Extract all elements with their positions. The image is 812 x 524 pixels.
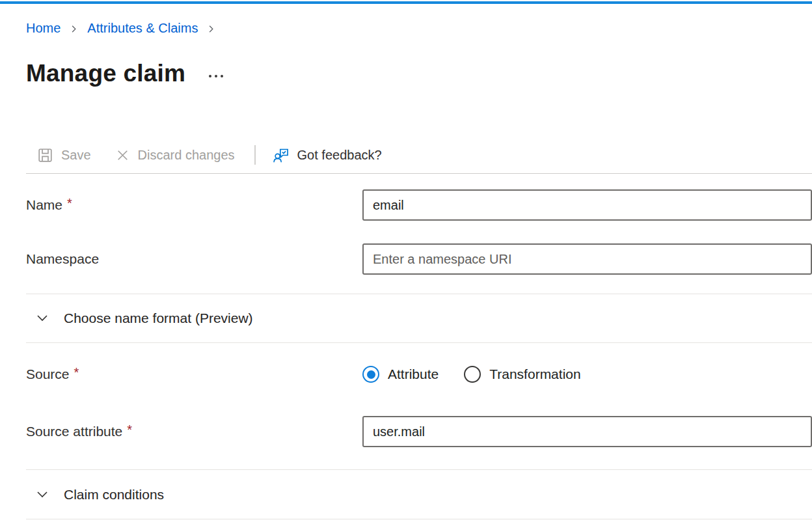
ellipsis-icon bbox=[209, 75, 211, 77]
namespace-label-text: Namespace bbox=[26, 251, 99, 266]
got-feedback-label: Got feedback? bbox=[297, 148, 382, 163]
section-claim-conditions[interactable]: Claim conditions bbox=[26, 470, 812, 519]
discard-changes-label: Discard changes bbox=[138, 148, 235, 163]
source-radio-group: Attribute Transformation bbox=[362, 366, 581, 383]
save-button[interactable]: Save bbox=[36, 146, 91, 164]
radio-attribute-label: Attribute bbox=[388, 366, 439, 382]
section-label: Claim conditions bbox=[64, 487, 164, 503]
save-icon bbox=[36, 146, 54, 164]
required-asterisk: * bbox=[127, 422, 132, 437]
radio-transformation[interactable]: Transformation bbox=[464, 366, 580, 383]
save-button-label: Save bbox=[61, 148, 91, 163]
required-asterisk: * bbox=[67, 196, 72, 210]
namespace-field-row: Namespace bbox=[26, 243, 812, 275]
title-context-menu-button[interactable] bbox=[206, 71, 226, 81]
ellipsis-icon bbox=[221, 75, 223, 77]
radio-transformation-label: Transformation bbox=[489, 366, 580, 382]
source-attribute-input[interactable] bbox=[362, 416, 812, 447]
namespace-input[interactable] bbox=[362, 243, 812, 275]
ellipsis-icon bbox=[215, 75, 217, 77]
source-label-text: Source bbox=[26, 366, 70, 381]
radio-attribute[interactable]: Attribute bbox=[362, 366, 439, 383]
source-attribute-field-row: Source attribute* bbox=[26, 416, 812, 447]
chevron-down-icon bbox=[36, 312, 49, 325]
breadcrumb-link-attributes-claims[interactable]: Attributes & Claims bbox=[87, 20, 198, 36]
source-attribute-field-label: Source attribute* bbox=[26, 424, 362, 439]
source-attribute-label-text: Source attribute bbox=[26, 424, 122, 439]
section-divider bbox=[26, 342, 812, 343]
toolbar-divider bbox=[26, 173, 812, 174]
source-field-label: Source* bbox=[26, 366, 362, 382]
discard-changes-button[interactable]: Discard changes bbox=[115, 147, 235, 163]
chevron-down-icon bbox=[36, 488, 49, 501]
section-divider bbox=[26, 519, 812, 519]
name-field-label: Name* bbox=[26, 197, 362, 213]
name-field-row: Name* bbox=[26, 189, 812, 221]
toolbar-separator bbox=[254, 145, 256, 165]
section-label: Choose name format (Preview) bbox=[64, 310, 253, 326]
radio-selected-icon bbox=[362, 366, 379, 383]
dismiss-icon bbox=[115, 147, 131, 163]
required-asterisk: * bbox=[74, 365, 79, 379]
section-choose-name-format[interactable]: Choose name format (Preview) bbox=[26, 294, 812, 342]
chevron-right-icon bbox=[206, 24, 216, 34]
feedback-icon bbox=[273, 146, 290, 164]
breadcrumb-link-home[interactable]: Home bbox=[26, 20, 61, 36]
breadcrumb: Home Attributes & Claims bbox=[26, 20, 812, 36]
top-accent-bar bbox=[0, 1, 812, 4]
page-title: Manage claim bbox=[26, 59, 185, 89]
got-feedback-button[interactable]: Got feedback? bbox=[273, 146, 382, 164]
source-field-row: Source* Attribute Transformation bbox=[26, 356, 812, 393]
name-label-text: Name bbox=[26, 197, 62, 212]
name-input[interactable] bbox=[362, 189, 812, 221]
command-bar: Save Discard changes Got feedback? bbox=[26, 141, 812, 169]
radio-unselected-icon bbox=[464, 366, 481, 383]
chevron-right-icon bbox=[69, 24, 79, 34]
manage-claim-blade: Home Attributes & Claims Manage claim bbox=[0, 20, 812, 519]
namespace-field-label: Namespace bbox=[26, 251, 362, 267]
